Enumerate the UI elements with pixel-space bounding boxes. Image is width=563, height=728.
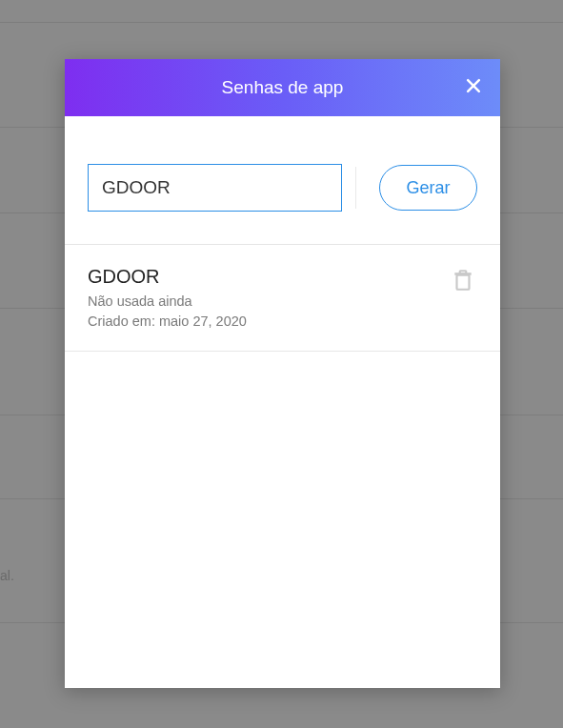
modal-title: Senhas de app [222, 77, 344, 98]
trash-icon [451, 279, 475, 295]
close-icon [464, 76, 483, 99]
close-button[interactable] [460, 74, 487, 101]
item-text: GDOOR Não usada ainda Criado em: maio 27… [88, 266, 451, 332]
item-status: Não usada ainda [88, 292, 451, 312]
list-item: GDOOR Não usada ainda Criado em: maio 27… [65, 245, 500, 352]
item-created: Criado em: maio 27, 2020 [88, 312, 451, 332]
password-list: GDOOR Não usada ainda Criado em: maio 27… [65, 245, 500, 688]
modal-header: Senhas de app [65, 59, 500, 116]
app-name-input[interactable] [88, 164, 342, 212]
create-form: Gerar [65, 116, 500, 245]
background-partial-text: al. [0, 568, 14, 583]
generate-button[interactable]: Gerar [379, 165, 477, 211]
svg-rect-4 [460, 271, 467, 273]
divider [355, 167, 356, 209]
generate-button-label: Gerar [406, 178, 450, 198]
item-name: GDOOR [88, 266, 451, 288]
svg-rect-2 [457, 275, 470, 290]
app-passwords-modal: Senhas de app Gerar GDOOR Não usada aind… [65, 59, 500, 688]
delete-button[interactable] [451, 268, 477, 294]
